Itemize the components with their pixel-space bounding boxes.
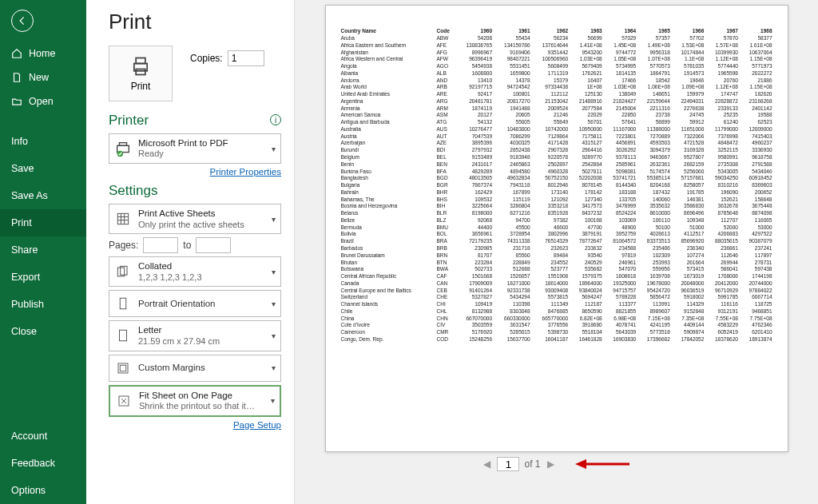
pages-label: Pages: bbox=[109, 240, 138, 251]
nav-close[interactable]: Close bbox=[0, 318, 86, 345]
nav-label: Print bbox=[11, 217, 32, 228]
nav-account[interactable]: Account bbox=[0, 423, 86, 450]
print-button-label: Print bbox=[131, 81, 151, 92]
pages-from-input[interactable] bbox=[143, 237, 178, 253]
chevron-down-icon: ▾ bbox=[272, 300, 276, 308]
chevron-down-icon: ▾ bbox=[272, 145, 276, 153]
home-icon bbox=[11, 48, 22, 59]
nav-label: Open bbox=[29, 96, 54, 107]
chevron-down-icon: ▾ bbox=[272, 331, 276, 340]
paper-icon bbox=[114, 328, 132, 343]
printer-heading: Printer i bbox=[109, 113, 281, 129]
nav-label: Share bbox=[11, 244, 38, 256]
svg-rect-1 bbox=[136, 58, 145, 64]
svg-rect-14 bbox=[120, 331, 127, 342]
new-icon bbox=[11, 72, 22, 83]
nav-label: Account bbox=[11, 431, 47, 442]
fit-icon bbox=[115, 394, 133, 408]
paper-title: Letter bbox=[138, 324, 265, 335]
nav-saveas[interactable]: Save As bbox=[0, 182, 86, 209]
svg-marker-19 bbox=[575, 459, 586, 469]
printer-name: Microsoft Print to PDF bbox=[138, 137, 265, 149]
nav-publish[interactable]: Publish bbox=[0, 291, 86, 318]
nav-label: Export bbox=[11, 272, 40, 283]
svg-rect-16 bbox=[120, 365, 126, 371]
page-of-label: of 1 bbox=[524, 458, 540, 470]
margins-select[interactable]: Custom Margins ▾ bbox=[109, 355, 281, 382]
collation-sub: 1,2,3 1,2,3 1,2,3 bbox=[138, 272, 265, 284]
chevron-down-icon: ▾ bbox=[272, 268, 276, 276]
chevron-down-icon: ▾ bbox=[271, 396, 275, 405]
page-setup-link[interactable]: Page Setup bbox=[109, 420, 281, 430]
nav-label: Options bbox=[11, 485, 46, 496]
orientation-select[interactable]: Portrait Orientation ▾ bbox=[109, 290, 281, 317]
collation-select[interactable]: Collated 1,2,3 1,2,3 1,2,3 ▾ bbox=[109, 256, 281, 287]
nav-label: New bbox=[29, 72, 49, 83]
settings-heading: Settings bbox=[109, 183, 281, 199]
info-icon[interactable]: i bbox=[270, 114, 281, 125]
print-button[interactable]: Print bbox=[109, 46, 173, 101]
page-number-input[interactable] bbox=[497, 457, 519, 471]
print-what-sub: Only print the active sheets bbox=[138, 220, 265, 231]
scaling-title: Fit Sheet on One Page bbox=[139, 390, 264, 401]
paper-sub: 21.59 cm x 27.94 cm bbox=[138, 336, 265, 347]
nav-open[interactable]: Open bbox=[0, 89, 86, 113]
nav-label: Close bbox=[11, 326, 37, 337]
scaling-sub: Shrink the printout so that it… bbox=[139, 401, 264, 412]
print-what-title: Print Active Sheets bbox=[138, 208, 265, 219]
printer-status: Ready bbox=[138, 149, 265, 160]
next-page-button[interactable]: ▶ bbox=[546, 458, 556, 470]
scaling-select[interactable]: Fit Sheet on One Page Shrink the printou… bbox=[109, 385, 281, 417]
paper-select[interactable]: Letter 21.59 cm x 27.94 cm ▾ bbox=[109, 320, 281, 351]
nav-label: Save bbox=[11, 163, 34, 174]
nav-save[interactable]: Save bbox=[0, 155, 86, 182]
nav-info[interactable]: Info bbox=[0, 128, 86, 155]
copies-label: Copies: bbox=[190, 53, 223, 64]
collated-icon bbox=[114, 264, 132, 280]
svg-rect-2 bbox=[136, 69, 145, 75]
svg-rect-13 bbox=[120, 299, 126, 310]
collation-title: Collated bbox=[138, 260, 265, 272]
nav-label: Save As bbox=[11, 190, 48, 201]
nav-label: Publish bbox=[11, 299, 44, 310]
prev-page-button[interactable]: ◀ bbox=[482, 458, 492, 470]
nav-home[interactable]: Home bbox=[0, 42, 86, 65]
page-title: Print bbox=[109, 10, 281, 34]
back-button[interactable] bbox=[11, 10, 34, 32]
printer-status-icon bbox=[114, 140, 132, 157]
printer-icon bbox=[129, 55, 152, 77]
chevron-down-icon: ▾ bbox=[272, 215, 276, 224]
annotation-arrow bbox=[575, 457, 631, 471]
margins-label: Custom Margins bbox=[138, 362, 265, 373]
nav-feedback[interactable]: Feedback bbox=[0, 450, 86, 477]
open-icon bbox=[11, 96, 22, 107]
nav-print[interactable]: Print bbox=[0, 209, 86, 236]
printer-properties-link[interactable]: Printer Properties bbox=[109, 167, 281, 177]
svg-rect-4 bbox=[119, 143, 126, 146]
print-preview-page: Country NameCode196019611962196319641965… bbox=[325, 5, 788, 452]
chevron-down-icon: ▾ bbox=[272, 363, 276, 372]
nav-share[interactable]: Share bbox=[0, 236, 86, 264]
nav-new[interactable]: New bbox=[0, 65, 86, 89]
pages-to-label: to bbox=[183, 240, 191, 251]
nav-label: Info bbox=[11, 136, 28, 147]
nav-export[interactable]: Export bbox=[0, 264, 86, 291]
nav-options[interactable]: Options bbox=[0, 477, 86, 504]
print-what-select[interactable]: Print Active Sheets Only print the activ… bbox=[109, 204, 281, 234]
preview-table: Country NameCode196019611962196319641965… bbox=[340, 28, 773, 343]
sheets-icon bbox=[114, 211, 132, 227]
nav-label: Feedback bbox=[11, 458, 55, 469]
nav-label: Home bbox=[29, 48, 55, 59]
orientation-label: Portrait Orientation bbox=[138, 298, 265, 309]
margins-icon bbox=[114, 361, 132, 375]
printer-select[interactable]: Microsoft Print to PDF Ready ▾ bbox=[109, 133, 281, 164]
portrait-icon bbox=[114, 296, 132, 311]
pages-to-input[interactable] bbox=[196, 237, 231, 253]
copies-input[interactable] bbox=[228, 50, 264, 66]
svg-rect-6 bbox=[117, 214, 128, 224]
